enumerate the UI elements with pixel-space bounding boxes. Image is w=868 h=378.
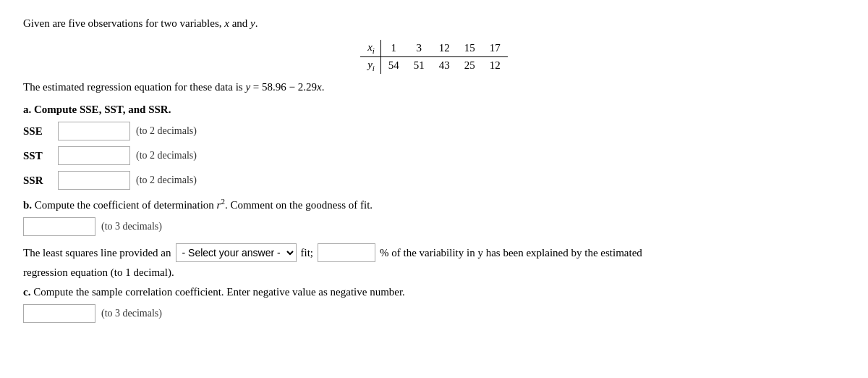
sst-row: SST (to 2 decimals) xyxy=(23,146,845,165)
part-b-section: b. Compute the coefficient of determinat… xyxy=(23,197,845,279)
sse-label: SSE xyxy=(23,125,52,138)
x-val-1: 1 xyxy=(380,40,407,57)
equation-line: The estimated regression equation for th… xyxy=(23,81,845,93)
corr-hint: (to 3 decimals) xyxy=(101,308,162,319)
sst-hint: (to 2 decimals) xyxy=(136,150,197,161)
r2-row: (to 3 decimals) xyxy=(23,217,845,236)
least-squares-line: The least squares line provided an - Sel… xyxy=(23,243,845,262)
y-val-1: 54 xyxy=(380,57,407,75)
fit-select[interactable]: - Select your answer - excellent good po… xyxy=(176,243,297,262)
data-table-container: xi 1 3 12 15 17 yi 54 51 43 25 12 xyxy=(23,40,845,74)
x-val-5: 17 xyxy=(482,40,508,57)
corr-row: (to 3 decimals) xyxy=(23,304,845,323)
part-c-label: c. Compute the sample correlation coeffi… xyxy=(23,286,845,298)
data-table: xi 1 3 12 15 17 yi 54 51 43 25 12 xyxy=(360,40,508,74)
corr-input[interactable] xyxy=(23,304,95,323)
y-val-4: 25 xyxy=(457,57,482,75)
y-val-2: 51 xyxy=(407,57,432,75)
y-val-5: 12 xyxy=(482,57,508,75)
ssr-input[interactable] xyxy=(58,171,130,190)
sst-input[interactable] xyxy=(58,146,130,165)
r2-input[interactable] xyxy=(23,217,95,236)
regression-note: regression equation (to 1 decimal). xyxy=(23,266,845,279)
x-val-3: 12 xyxy=(432,40,457,57)
x-val-2: 3 xyxy=(407,40,432,57)
pct-suffix: % of the variability in y has been expla… xyxy=(380,247,642,259)
fit-suffix: fit; xyxy=(301,247,314,259)
r2-hint: (to 3 decimals) xyxy=(101,221,162,232)
yi-label: yi xyxy=(360,57,380,75)
x-val-4: 15 xyxy=(457,40,482,57)
sse-hint: (to 2 decimals) xyxy=(136,125,197,137)
part-a-label: a. Compute SSE, SST, and SSR. xyxy=(23,104,845,116)
sst-label: SST xyxy=(23,150,52,162)
ssr-label: SSR xyxy=(23,175,52,187)
least-squares-prefix: The least squares line provided an xyxy=(23,247,171,259)
pct-input[interactable] xyxy=(318,243,375,262)
part-b-label: b. Compute the coefficient of determinat… xyxy=(23,197,845,211)
xi-label: xi xyxy=(360,40,380,57)
part-c-section: c. Compute the sample correlation coeffi… xyxy=(23,286,845,323)
ssr-hint: (to 2 decimals) xyxy=(136,175,197,186)
y-val-3: 43 xyxy=(432,57,457,75)
sse-input[interactable] xyxy=(58,122,130,140)
sse-row: SSE (to 2 decimals) xyxy=(23,122,845,140)
intro-text: Given are five observations for two vari… xyxy=(23,17,845,30)
ssr-row: SSR (to 2 decimals) xyxy=(23,171,845,190)
